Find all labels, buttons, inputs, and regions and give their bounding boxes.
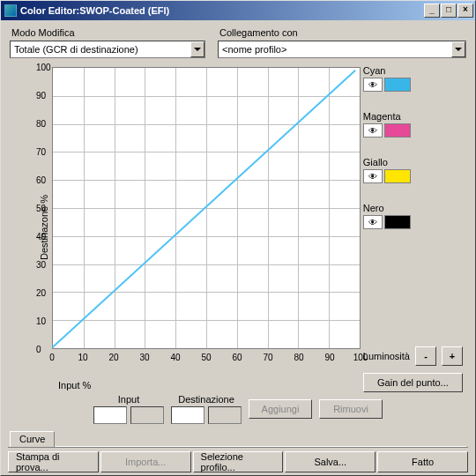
y-tick: 30 (36, 260, 46, 270)
y-tick: 40 (36, 232, 46, 242)
color-editor-window: Color Editor:SWOP-Coated (EFI) _ □ × Mod… (0, 0, 476, 476)
input-readonly (130, 406, 164, 424)
mode-value: Totale (GCR di destinazione) (14, 44, 190, 55)
window-title: Color Editor:SWOP-Coated (EFI) (20, 5, 424, 16)
luminosity-row: Luminosità - + (363, 346, 463, 366)
tab-strip: Curve (10, 429, 466, 447)
y-tick: 80 (36, 119, 46, 129)
giallo-row: Giallo 👁 (363, 157, 463, 183)
graph-section: Destinazone % 0102030405060708090100 010… (10, 62, 358, 392)
x-tick: 40 (170, 353, 180, 362)
y-tick: 90 (36, 91, 46, 100)
link-field: Collegamento con <nome profilo> (218, 26, 466, 58)
y-tick: 60 (36, 175, 46, 185)
input-field[interactable] (93, 406, 127, 424)
luminosity-minus-button[interactable]: - (415, 346, 436, 366)
remove-button[interactable]: Rimuovi (319, 399, 383, 419)
gain-point-button[interactable]: Gain del punto... (363, 373, 463, 392)
giallo-label: Giallo (363, 157, 463, 167)
import-button[interactable]: Importa... (100, 451, 191, 472)
x-tick: 70 (263, 353, 272, 362)
eye-icon[interactable]: 👁 (363, 78, 383, 92)
app-icon (4, 4, 17, 17)
input-label: Input (118, 394, 139, 405)
mode-label: Modo Modifica (11, 27, 205, 38)
curve-graph[interactable] (52, 67, 361, 349)
x-tick: 90 (324, 353, 334, 362)
x-tick: 30 (139, 353, 149, 362)
y-tick: 20 (36, 288, 46, 298)
y-tick: 100 (36, 63, 51, 72)
save-button[interactable]: Salva... (285, 451, 376, 472)
done-button[interactable]: Fatto (377, 451, 468, 472)
x-tick: 60 (232, 353, 242, 362)
magenta-label: Magenta (363, 111, 463, 122)
eye-icon[interactable]: 👁 (363, 169, 383, 183)
close-button[interactable]: × (457, 4, 473, 18)
content-area: Modo Modifica Totale (GCR di destinazion… (1, 20, 475, 475)
cyan-label: Cyan (363, 65, 463, 76)
link-label: Collegamento con (219, 27, 466, 38)
y-tick: 0 (36, 345, 41, 354)
chevron-down-icon[interactable] (451, 41, 465, 57)
nero-swatch[interactable] (384, 215, 411, 229)
maximize-button[interactable]: □ (441, 4, 457, 18)
eye-icon[interactable]: 👁 (363, 123, 383, 138)
x-tick: 80 (294, 353, 303, 362)
cyan-swatch[interactable] (384, 78, 411, 92)
y-tick: 50 (36, 204, 46, 213)
minimize-button[interactable]: _ (424, 4, 440, 18)
eye-icon[interactable]: 👁 (363, 215, 383, 229)
nero-row: Nero 👁 (363, 203, 463, 229)
bottom-buttons: Stampa di prova... Importa... Selezione … (8, 447, 468, 475)
chevron-down-icon[interactable] (190, 41, 205, 57)
y-tick: 70 (36, 147, 46, 157)
magenta-swatch[interactable] (384, 123, 411, 138)
x-tick: 50 (201, 353, 211, 362)
x-tick: 0 (49, 353, 55, 362)
proof-button[interactable]: Stampa di prova... (8, 451, 99, 472)
dest-group: Destinazione (171, 394, 242, 424)
select-profile-button[interactable]: Selezione profilo... (193, 451, 284, 472)
titlebar: Color Editor:SWOP-Coated (EFI) _ □ × (1, 1, 475, 20)
window-controls: _ □ × (424, 4, 473, 18)
dest-field[interactable] (171, 406, 205, 424)
dest-readonly (208, 406, 242, 424)
magenta-row: Magenta 👁 (363, 111, 463, 138)
mode-dropdown[interactable]: Totale (GCR di destinazione) (10, 41, 205, 58)
x-tick: 100 (353, 353, 368, 362)
mode-field: Modo Modifica Totale (GCR di destinazion… (10, 26, 205, 58)
luminosity-plus-button[interactable]: + (442, 346, 463, 366)
input-group: Input (93, 394, 164, 424)
x-axis-label: Input % (58, 380, 91, 390)
luminosity-label: Luminosità (363, 351, 410, 361)
side-panel: Cyan 👁 Magenta 👁 Giallo � (358, 62, 466, 392)
dest-label: Destinazione (178, 394, 234, 405)
giallo-swatch[interactable] (384, 169, 411, 183)
link-dropdown[interactable]: <nome profilo> (218, 41, 466, 58)
cyan-row: Cyan 👁 (363, 65, 463, 92)
add-button[interactable]: Aggiungi (249, 399, 312, 419)
link-value: <nome profilo> (222, 44, 451, 55)
main-row: Destinazone % 0102030405060708090100 010… (10, 62, 466, 392)
y-tick: 10 (36, 316, 46, 326)
x-tick: 10 (78, 353, 87, 362)
nero-label: Nero (363, 203, 463, 213)
top-row: Modo Modifica Totale (GCR di destinazion… (10, 26, 466, 58)
x-tick: 20 (108, 353, 118, 362)
inputs-row: Input Destinazione Aggiungi Rimuovi (10, 394, 466, 424)
tab-curve[interactable]: Curve (10, 431, 55, 447)
